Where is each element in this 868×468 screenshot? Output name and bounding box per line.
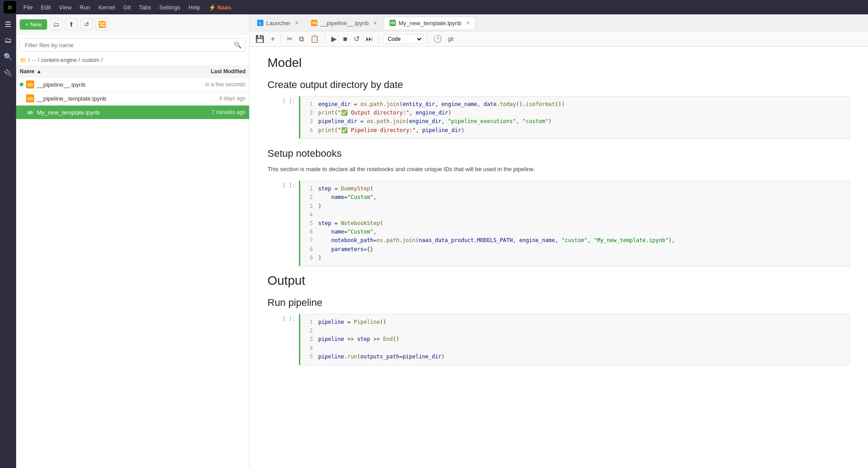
sort-icon: ▲: [36, 68, 42, 75]
tab-label-mynew: My_new_template.ipynb: [399, 20, 461, 26]
file-dot-active: [20, 83, 23, 86]
git-clone-button[interactable]: 🔀: [96, 18, 108, 31]
file-icon-notebook: nb: [26, 80, 34, 88]
run-pipeline-heading: Run pipeline: [267, 297, 850, 309]
cell-content-2: 1step = DummyStep( 2 name="Custom", 3) 4…: [299, 181, 850, 266]
git-label: git: [448, 36, 454, 42]
cell-prompt-3: [ ]:: [267, 314, 299, 365]
new-button[interactable]: + New: [20, 19, 47, 30]
tab-launcher[interactable]: L Launcher ×: [251, 17, 304, 29]
upload-button[interactable]: ⬆: [65, 18, 78, 31]
file-icon-template: nb: [26, 94, 34, 102]
tab-mynew[interactable]: nb My_new_template.ipynb ×: [384, 17, 475, 29]
name-label: Name: [20, 68, 35, 75]
search-icon: 🔍: [230, 39, 245, 51]
file-dot-inactive: [20, 97, 23, 100]
cut-button[interactable]: ✂: [285, 33, 295, 44]
cell-prompt-1: [ ]:: [267, 96, 299, 139]
tab-pipeline[interactable]: nb __pipeline__.ipynb ×: [305, 17, 383, 29]
file-name-template: __pipeline_.template.ipynb: [37, 95, 174, 102]
code-cell-1: [ ]: 1engine_dir = os.path.join(entity_d…: [267, 96, 850, 139]
sidebar-search-btn[interactable]: 🔍: [2, 50, 14, 63]
file-list-header: Name ▲ Last Modified: [16, 66, 249, 78]
file-modified-template: 4 days ago: [174, 95, 245, 102]
file-modified-pipeline: in a few seconds: [174, 81, 245, 88]
create-output-heading: Create output directory by date: [267, 79, 850, 91]
cell-type-select[interactable]: Code Markdown Raw: [383, 34, 423, 44]
file-panel: + New 🗂 ⬆ ↺ 🔀 🔍 📁 / ··· / content-engine…: [16, 14, 250, 468]
breadcrumb-custom[interactable]: custom: [82, 57, 99, 63]
toolbar-sep1: [281, 35, 281, 44]
tab-label-pipeline: __pipeline__.ipynb: [320, 20, 368, 26]
code-block-3[interactable]: 1pipeline = Pipeline() 2 3pipeline >> st…: [299, 314, 850, 365]
menu-kernel[interactable]: Kernel: [95, 2, 119, 13]
breadcrumb-sep1: /: [28, 57, 30, 63]
toolbar-sep4: [427, 35, 427, 44]
sidebar-extensions-btn[interactable]: 🔌: [2, 66, 14, 79]
breadcrumb-sep4: /: [101, 57, 102, 63]
col-modified-header[interactable]: Last Modified: [174, 68, 245, 75]
copy-button[interactable]: ⧉: [297, 34, 306, 44]
menu-naas[interactable]: ⚡ Naas: [205, 2, 235, 13]
add-cell-button[interactable]: +: [268, 34, 277, 44]
menu-settings[interactable]: Settings: [156, 2, 184, 13]
file-item-pipeline[interactable]: nb __pipeline__.ipynb in a few seconds: [16, 78, 249, 92]
tab-label-launcher: Launcher: [266, 20, 290, 26]
restart-button[interactable]: ↺: [351, 33, 362, 44]
menu-run[interactable]: Run: [76, 2, 94, 13]
tab-icon-launcher: L: [257, 20, 263, 26]
logo-text: n: [8, 4, 12, 11]
code-cell-3: [ ]: 1pipeline = Pipeline() 2 3pipeline …: [267, 314, 850, 365]
notebook-area: L Launcher × nb __pipeline__.ipynb × nb …: [250, 14, 868, 468]
clock-button[interactable]: 🕐: [431, 33, 444, 44]
file-item-template[interactable]: nb __pipeline_.template.ipynb 4 days ago: [16, 92, 249, 106]
run-button[interactable]: ▶: [329, 33, 339, 44]
menu-tabs[interactable]: Tabs: [135, 2, 154, 13]
file-item-mynew[interactable]: nb My_new_template.ipynb 7 minutes ago: [16, 106, 249, 119]
breadcrumb-home-icon[interactable]: 📁: [20, 57, 26, 63]
tabs-bar: L Launcher × nb __pipeline__.ipynb × nb …: [250, 14, 868, 31]
code-block-1[interactable]: 1engine_dir = os.path.join(entity_dir, e…: [299, 96, 850, 139]
tab-close-launcher[interactable]: ×: [295, 20, 298, 26]
breadcrumb-ellipsis[interactable]: ···: [31, 57, 36, 63]
file-dot-none: [20, 110, 23, 114]
sidebar-files-btn[interactable]: 🗂: [2, 34, 14, 47]
stop-button[interactable]: ■: [341, 34, 350, 44]
tab-close-pipeline[interactable]: ×: [373, 20, 377, 26]
menu-bar: n File Edit View Run Kernel Git Tabs Set…: [0, 0, 868, 14]
fast-forward-button[interactable]: ⏭: [364, 34, 375, 44]
menu-git[interactable]: Git: [120, 2, 135, 13]
breadcrumb: 📁 / ··· / content-engine / custom /: [16, 55, 249, 66]
icon-sidebar: ☰ 🗂 🔍 🔌: [0, 14, 16, 468]
toolbar-sep3: [379, 35, 379, 44]
menu-view[interactable]: View: [55, 2, 75, 13]
file-list: nb __pipeline__.ipynb in a few seconds n…: [16, 78, 249, 468]
cell-content-1: 1engine_dir = os.path.join(entity_dir, e…: [299, 96, 850, 139]
search-box: 🔍: [20, 38, 245, 52]
setup-notebooks-heading: Setup notebooks: [267, 148, 850, 159]
paste-button[interactable]: 📋: [308, 33, 321, 44]
menu-edit[interactable]: Edit: [37, 2, 54, 13]
tab-close-mynew[interactable]: ×: [466, 20, 469, 26]
sidebar-menu-btn[interactable]: ☰: [2, 18, 14, 31]
model-heading: Model: [267, 56, 850, 70]
cell-content-3: 1pipeline = Pipeline() 2 3pipeline >> st…: [299, 314, 850, 365]
search-input[interactable]: [20, 39, 230, 51]
breadcrumb-sep2: /: [38, 57, 39, 63]
code-cell-2: [ ]: 1step = DummyStep( 2 name="Custom",…: [267, 181, 850, 266]
file-name-pipeline: __pipeline__.ipynb: [37, 81, 174, 88]
tab-icon-pipeline: nb: [311, 20, 317, 26]
save-button[interactable]: 💾: [253, 33, 267, 44]
breadcrumb-content-engine[interactable]: content-engine: [41, 57, 77, 63]
breadcrumb-sep3: /: [79, 57, 80, 63]
open-folder-button[interactable]: 🗂: [50, 18, 62, 31]
setup-notebooks-text: This section is made to declare all the …: [267, 165, 850, 174]
menu-help[interactable]: Help: [185, 2, 204, 13]
notebook-content: Model Create output directory by date [ …: [250, 47, 868, 468]
menu-file[interactable]: File: [20, 2, 36, 13]
file-toolbar: + New 🗂 ⬆ ↺ 🔀: [16, 14, 249, 35]
file-name-mynew: My_new_template.ipynb: [37, 109, 174, 116]
code-block-2[interactable]: 1step = DummyStep( 2 name="Custom", 3) 4…: [299, 181, 850, 266]
refresh-button[interactable]: ↺: [80, 18, 93, 31]
col-name-header[interactable]: Name ▲: [20, 68, 174, 75]
